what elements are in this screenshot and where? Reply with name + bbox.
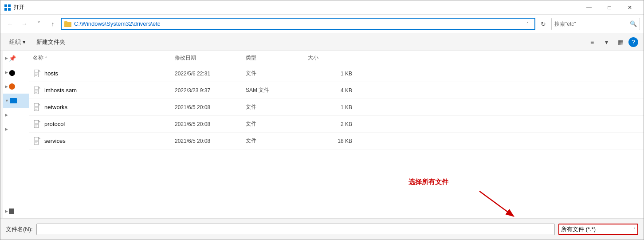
svg-marker-8 bbox=[39, 70, 40, 71]
file-date: 2021/6/5 20:08 bbox=[175, 138, 246, 144]
window-title: 打开 bbox=[14, 4, 579, 11]
file-area: 名称 ^ 修改日期 类型 大小 hosts2022/5/6 bbox=[29, 51, 644, 218]
svg-marker-23 bbox=[39, 120, 40, 122]
svg-rect-0 bbox=[4, 4, 7, 7]
file-row[interactable]: services2021/6/5 20:08文件18 KB bbox=[29, 133, 644, 150]
bottom-bar: 文件名(N): 所有文件 (*.*) ˅ bbox=[0, 218, 644, 240]
svg-rect-12 bbox=[34, 87, 39, 94]
open-dialog-window: 打开 — □ ✕ ← → ˅ ↑ ˅ bbox=[0, 0, 644, 240]
file-type: 文件 bbox=[246, 120, 308, 128]
window-controls: — □ ✕ bbox=[579, 0, 640, 15]
sidebar-item-bottom[interactable]: ▶ bbox=[3, 204, 29, 218]
file-name: hosts bbox=[44, 70, 175, 77]
file-type: SAM 文件 bbox=[246, 87, 308, 94]
file-size: 2 KB bbox=[308, 121, 352, 127]
file-header: 名称 ^ 修改日期 类型 大小 bbox=[29, 51, 644, 65]
maximize-button[interactable]: □ bbox=[599, 0, 620, 15]
file-date: 2021/6/5 20:08 bbox=[175, 121, 246, 127]
action-bar: 组织 ▾ 新建文件夹 ≡ ▾ ▦ ? bbox=[0, 33, 644, 51]
svg-rect-2 bbox=[4, 8, 7, 11]
col-header-size[interactable]: 大小 bbox=[308, 54, 352, 62]
svg-marker-18 bbox=[39, 103, 40, 105]
file-size: 4 KB bbox=[308, 87, 352, 94]
filename-label: 文件名(N): bbox=[6, 225, 33, 233]
toolbar: ← → ˅ ↑ ˅ ↻ 🔍 bbox=[0, 15, 644, 33]
file-icon bbox=[33, 137, 42, 146]
file-icon bbox=[33, 69, 42, 78]
svg-rect-6 bbox=[64, 22, 71, 27]
sidebar-item-6[interactable]: ▶ bbox=[3, 122, 29, 136]
sidebar-icon-bottom bbox=[9, 209, 14, 214]
title-bar: 打开 — □ ✕ bbox=[0, 0, 644, 15]
svg-rect-17 bbox=[34, 103, 39, 111]
address-bar: ˅ bbox=[61, 18, 535, 30]
sidebar-item-2[interactable]: ▶ ⬤ bbox=[3, 65, 29, 79]
search-input[interactable] bbox=[554, 21, 628, 27]
new-folder-button[interactable]: 新建文件夹 bbox=[33, 36, 69, 48]
search-icon[interactable]: 🔍 bbox=[630, 20, 637, 27]
file-row[interactable]: networks2021/6/5 20:08文件1 KB bbox=[29, 99, 644, 116]
file-row[interactable]: protocol2021/6/5 20:08文件2 KB bbox=[29, 116, 644, 133]
file-name: protocol bbox=[44, 121, 175, 127]
file-list: hosts2022/5/6 22:31文件1 KB lmhosts.sam202… bbox=[29, 65, 644, 218]
window-icon bbox=[4, 4, 11, 11]
search-bar: 🔍 bbox=[551, 18, 640, 30]
file-date: 2022/3/23 9:37 bbox=[175, 87, 246, 94]
file-name: services bbox=[44, 138, 175, 144]
file-size: 18 KB bbox=[308, 138, 352, 144]
sidebar-item-3[interactable]: ▶ bbox=[3, 79, 29, 94]
help-button[interactable]: ? bbox=[628, 37, 638, 47]
back-button[interactable]: ← bbox=[4, 18, 16, 30]
minimize-button[interactable]: — bbox=[579, 0, 599, 15]
file-icon bbox=[33, 86, 42, 95]
sidebar: ▶ 📌 ▶ ⬤ ▶ ▼ bbox=[0, 51, 29, 218]
file-icon bbox=[33, 120, 42, 129]
col-header-name[interactable]: 名称 ^ bbox=[33, 54, 175, 62]
sidebar-item-1[interactable]: ▶ 📌 bbox=[3, 51, 29, 65]
svg-rect-1 bbox=[8, 4, 11, 7]
view-controls: ≡ ▾ ▦ ? bbox=[586, 36, 638, 48]
file-name: lmhosts.sam bbox=[44, 87, 175, 94]
address-input[interactable] bbox=[74, 20, 520, 27]
file-date: 2021/6/5 20:08 bbox=[175, 104, 246, 110]
refresh-button[interactable]: ↻ bbox=[537, 18, 550, 30]
sidebar-item-5[interactable]: ▶ bbox=[3, 108, 29, 122]
view-dropdown-button[interactable]: ▾ bbox=[600, 36, 613, 48]
folder-icon bbox=[64, 20, 71, 28]
file-row[interactable]: lmhosts.sam2022/3/23 9:37SAM 文件4 KB bbox=[29, 82, 644, 99]
sidebar-item-4-active[interactable]: ▼ bbox=[3, 94, 29, 108]
file-type: 文件 bbox=[246, 103, 308, 111]
file-size: 1 KB bbox=[308, 104, 352, 110]
file-name: networks bbox=[44, 104, 175, 110]
file-size: 1 KB bbox=[308, 71, 352, 77]
svg-marker-13 bbox=[39, 87, 40, 88]
sidebar-icon-3 bbox=[9, 83, 15, 90]
filename-input[interactable] bbox=[36, 224, 555, 235]
filetype-select[interactable]: 所有文件 (*.*) bbox=[558, 224, 638, 235]
view-list-button[interactable]: ≡ bbox=[586, 36, 598, 48]
filetype-wrapper: 所有文件 (*.*) ˅ bbox=[558, 224, 638, 235]
dropdown-button[interactable]: ˅ bbox=[32, 18, 45, 30]
main-content: ▶ 📌 ▶ ⬤ ▶ ▼ bbox=[0, 51, 644, 218]
sidebar-nav: ▶ 📌 ▶ ⬤ ▶ ▼ bbox=[3, 51, 29, 218]
up-button[interactable]: ↑ bbox=[47, 18, 59, 30]
svg-rect-22 bbox=[34, 120, 39, 128]
col-header-type[interactable]: 类型 bbox=[246, 54, 308, 62]
col-header-date[interactable]: 修改日期 bbox=[175, 54, 246, 62]
address-dropdown-arrow[interactable]: ˅ bbox=[523, 20, 532, 28]
svg-rect-7 bbox=[34, 70, 39, 77]
file-type: 文件 bbox=[246, 137, 308, 145]
svg-marker-28 bbox=[39, 137, 40, 139]
organize-button[interactable]: 组织 ▾ bbox=[6, 36, 29, 48]
file-date: 2022/5/6 22:31 bbox=[175, 71, 246, 77]
view-tiles-button[interactable]: ▦ bbox=[614, 36, 627, 48]
file-icon bbox=[33, 103, 42, 112]
file-row[interactable]: hosts2022/5/6 22:31文件1 KB bbox=[29, 65, 644, 82]
close-button[interactable]: ✕ bbox=[620, 0, 640, 15]
svg-rect-3 bbox=[8, 8, 11, 11]
file-type: 文件 bbox=[246, 70, 308, 77]
forward-button[interactable]: → bbox=[18, 18, 31, 30]
svg-rect-27 bbox=[34, 137, 39, 145]
sidebar-folder-active bbox=[10, 98, 17, 103]
